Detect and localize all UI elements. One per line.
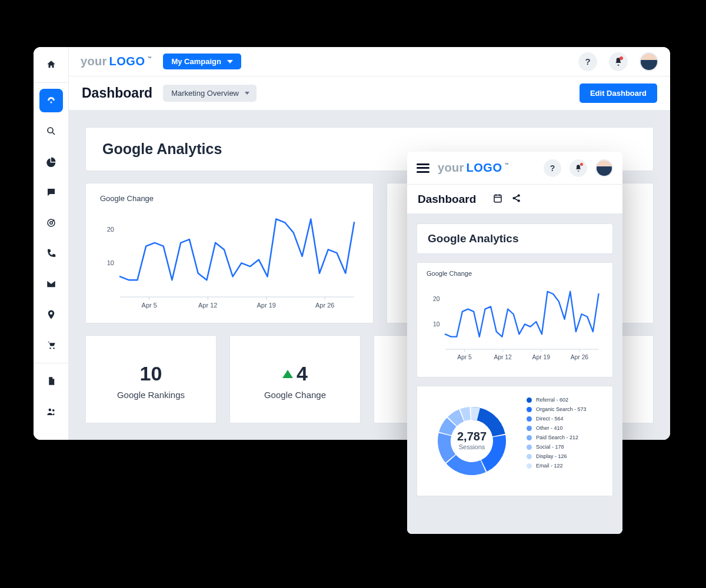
mobile-line-chart: 1020Apr 5Apr 12Apr 19Apr 26 bbox=[427, 279, 603, 368]
mobile-chart-card: Google Change 1020Apr 5Apr 12Apr 19Apr 2… bbox=[417, 262, 613, 377]
stat-value: 4 bbox=[297, 362, 308, 385]
logo[interactable]: your LOGO ™ bbox=[81, 55, 151, 68]
svg-point-5 bbox=[48, 409, 51, 412]
trend-up-icon bbox=[282, 370, 293, 378]
cart-icon[interactable] bbox=[39, 333, 63, 357]
svg-text:20: 20 bbox=[433, 296, 440, 302]
pie-chart-icon[interactable] bbox=[39, 150, 63, 173]
users-icon[interactable] bbox=[39, 400, 63, 423]
donut-legend: Referral - 602Organic Search - 573Direct… bbox=[527, 397, 587, 469]
page-title: Dashboard bbox=[82, 85, 152, 101]
notification-dot-icon bbox=[620, 56, 623, 60]
mobile-content: Google Analytics Google Change 1020Apr 5… bbox=[407, 214, 622, 534]
svg-text:Apr 26: Apr 26 bbox=[571, 354, 589, 360]
svg-text:Apr 5: Apr 5 bbox=[457, 354, 472, 360]
legend-item: Direct - 564 bbox=[527, 416, 587, 422]
svg-text:Apr 12: Apr 12 bbox=[198, 302, 217, 309]
help-button[interactable]: ? bbox=[578, 52, 597, 71]
mail-icon[interactable] bbox=[39, 272, 63, 296]
mobile-notifications-button[interactable] bbox=[570, 159, 587, 177]
svg-point-19 bbox=[513, 197, 515, 199]
logo-logo: LOGO bbox=[467, 161, 502, 175]
svg-rect-18 bbox=[494, 195, 501, 202]
svg-text:Apr 19: Apr 19 bbox=[257, 302, 276, 309]
mobile-logo[interactable]: your LOGO ™ bbox=[438, 161, 508, 175]
svg-text:20: 20 bbox=[107, 226, 114, 233]
stat-card-change: 4 Google Change bbox=[229, 335, 361, 423]
svg-text:Sessions: Sessions bbox=[459, 443, 485, 450]
svg-point-6 bbox=[52, 409, 54, 412]
notification-dot-icon bbox=[580, 163, 583, 166]
svg-point-3 bbox=[49, 348, 51, 349]
legend-item: Paid Search - 212 bbox=[527, 435, 587, 440]
edit-dashboard-button[interactable]: Edit Dashboard bbox=[580, 83, 657, 103]
sessions-donut-card: 2,787Sessions Referral - 602Organic Sear… bbox=[417, 386, 613, 496]
svg-text:10: 10 bbox=[107, 259, 114, 266]
legend-item: Other - 410 bbox=[527, 425, 587, 431]
stat-card-rankings: 10 Google Rankings bbox=[85, 335, 217, 423]
left-sidebar bbox=[34, 47, 69, 440]
legend-item: Email - 122 bbox=[527, 463, 587, 469]
logo-your: your bbox=[438, 161, 464, 175]
mobile-avatar[interactable] bbox=[595, 159, 613, 177]
legend-item: Organic Search - 573 bbox=[527, 406, 587, 412]
mobile-top-bar: your LOGO ™ ? bbox=[407, 152, 622, 185]
svg-text:2,787: 2,787 bbox=[457, 430, 487, 443]
menu-icon[interactable] bbox=[417, 163, 429, 173]
svg-text:Apr 5: Apr 5 bbox=[142, 302, 157, 309]
home-icon[interactable] bbox=[39, 53, 63, 76]
legend-item: Display - 126 bbox=[527, 453, 587, 459]
logo-tm: ™ bbox=[504, 162, 508, 166]
svg-point-20 bbox=[518, 194, 519, 196]
logo-your: your bbox=[81, 55, 107, 68]
svg-text:10: 10 bbox=[433, 321, 440, 328]
file-icon[interactable] bbox=[39, 369, 63, 393]
mobile-page-title: Dashboard bbox=[418, 193, 476, 206]
search-icon[interactable] bbox=[39, 119, 63, 143]
comment-icon[interactable] bbox=[39, 181, 63, 204]
target-icon[interactable] bbox=[39, 211, 63, 235]
legend-item: Social - 178 bbox=[527, 444, 587, 450]
view-selector-dropdown[interactable]: Marketing Overview bbox=[163, 85, 257, 102]
user-avatar[interactable] bbox=[640, 52, 658, 71]
mobile-chart-title: Google Change bbox=[427, 270, 603, 277]
svg-point-2 bbox=[49, 222, 52, 225]
header-bar: Dashboard Marketing Overview Edit Dashbo… bbox=[69, 76, 670, 111]
campaign-selector-label: My Campaign bbox=[171, 57, 221, 66]
svg-point-0 bbox=[48, 128, 53, 133]
donut-chart: 2,787Sessions bbox=[428, 397, 516, 485]
mobile-window: your LOGO ™ ? Dashboard Google Analytics… bbox=[407, 152, 622, 534]
view-selector-label: Marketing Overview bbox=[171, 89, 239, 98]
logo-logo: LOGO bbox=[109, 55, 145, 68]
stat-value: 10 bbox=[140, 362, 162, 385]
svg-point-4 bbox=[53, 348, 54, 349]
phone-icon[interactable] bbox=[39, 242, 63, 265]
mobile-header: Dashboard bbox=[407, 185, 622, 214]
stat-label: Google Change bbox=[264, 390, 326, 400]
logo-tm: ™ bbox=[147, 56, 151, 60]
mobile-section-panel: Google Analytics bbox=[417, 223, 613, 254]
top-bar: your LOGO ™ My Campaign ? bbox=[69, 47, 670, 76]
chart-title: Google Change bbox=[100, 194, 359, 203]
svg-text:Apr 19: Apr 19 bbox=[532, 354, 551, 360]
share-icon[interactable] bbox=[511, 193, 522, 206]
campaign-selector-button[interactable]: My Campaign bbox=[163, 54, 241, 69]
svg-text:Apr 26: Apr 26 bbox=[315, 302, 334, 309]
calendar-icon[interactable] bbox=[492, 193, 503, 206]
dashboard-icon[interactable] bbox=[39, 89, 63, 112]
legend-item: Referral - 602 bbox=[527, 397, 587, 403]
notifications-button[interactable] bbox=[609, 52, 628, 71]
line-chart: 1020Apr 5Apr 12Apr 19Apr 26 bbox=[100, 208, 359, 313]
svg-point-21 bbox=[518, 199, 519, 201]
mobile-help-button[interactable]: ? bbox=[544, 159, 561, 177]
google-change-chart-card: Google Change 1020Apr 5Apr 12Apr 19Apr 2… bbox=[85, 183, 374, 323]
stat-label: Google Rankings bbox=[117, 390, 185, 400]
svg-text:Apr 12: Apr 12 bbox=[494, 354, 512, 360]
pin-icon[interactable] bbox=[39, 303, 63, 326]
mobile-section-title: Google Analytics bbox=[428, 232, 602, 245]
